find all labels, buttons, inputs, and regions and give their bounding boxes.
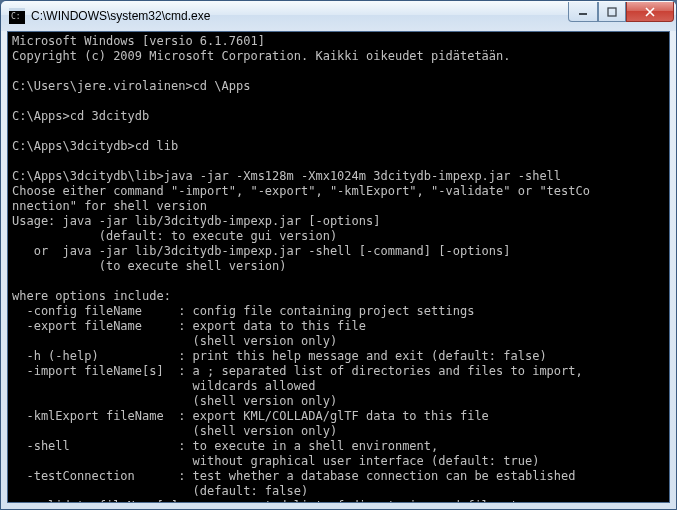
window-title: C:\WINDOWS\system32\cmd.exe xyxy=(31,9,568,23)
cmd-icon: C: xyxy=(9,8,25,24)
maximize-button[interactable] xyxy=(598,2,626,22)
minimize-button[interactable] xyxy=(568,2,598,22)
svg-rect-4 xyxy=(608,8,616,16)
console-output: Microsoft Windows [versio 6.1.7601] Copy… xyxy=(8,32,669,503)
window-controls xyxy=(568,2,674,22)
close-button[interactable] xyxy=(626,2,674,22)
titlebar[interactable]: C: C:\WINDOWS\system32\cmd.exe xyxy=(1,1,676,31)
svg-rect-3 xyxy=(579,13,587,15)
console-area[interactable]: Microsoft Windows [versio 6.1.7601] Copy… xyxy=(7,31,670,503)
svg-text:C:: C: xyxy=(11,12,21,21)
cmd-window: C: C:\WINDOWS\system32\cmd.exe Microsoft… xyxy=(0,0,677,510)
svg-rect-1 xyxy=(9,8,25,11)
